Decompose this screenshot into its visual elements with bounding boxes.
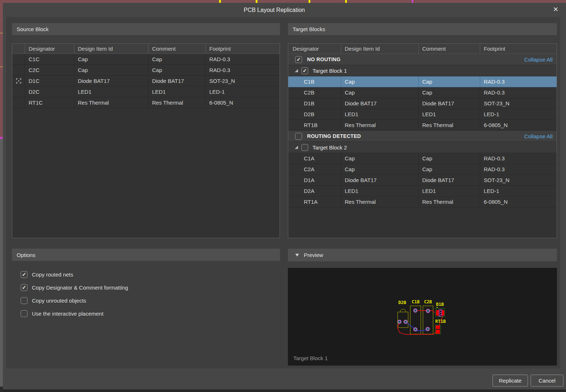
pcb-trace-tick: [345, 0, 347, 3]
cell-comment: Res Thermal: [148, 97, 205, 108]
preview-header-label: Preview: [304, 252, 323, 258]
checkbox[interactable]: [301, 67, 308, 74]
table-empty-area: [288, 207, 557, 238]
table-row[interactable]: C2C Cap Cap RAD-0.3: [12, 65, 280, 76]
target-table-header: Designator Design Item Id Comment Footpr…: [288, 44, 557, 54]
cell-designator: C1A: [288, 153, 341, 164]
screen: PCB Layout Replication ✕ Source Block De…: [0, 0, 566, 392]
cell-footprint: RAD-0.3: [480, 164, 557, 174]
cell-comment: Cap: [148, 65, 205, 75]
table-row[interactable]: D1C Diode BAT17 Diode BAT17 SOT-23_N: [12, 76, 280, 87]
cell-footprint: RAD-0.3: [480, 76, 557, 87]
subgroup-row-target-block-1[interactable]: Target Block 1: [288, 65, 557, 76]
option-label: Use the interactive placement: [32, 311, 104, 317]
target-blocks-header: Target Blocks: [288, 23, 557, 35]
pad-holes: [399, 310, 429, 330]
options-header-label: Options: [17, 252, 35, 258]
table-row[interactable]: RT1C Res Thermal Res Thermal 6-0805_N: [12, 97, 280, 108]
cell-design-item-id: Cap: [341, 87, 418, 98]
column-header-comment[interactable]: Comment: [148, 44, 205, 54]
pcb-layout-replication-dialog: PCB Layout Replication ✕ Source Block De…: [3, 3, 566, 392]
cell-design-item-id: Diode BAT17: [341, 98, 418, 109]
table-row[interactable]: RT1B Res Thermal Res Thermal 6-0805_N: [288, 120, 557, 131]
column-header-footprint[interactable]: Footprint: [205, 44, 280, 54]
component-label-d2b: D2B: [398, 300, 406, 305]
preview-caption: Target Block 1: [293, 355, 328, 361]
cell-design-item-id: Cap: [74, 54, 148, 64]
table-row[interactable]: C1A Cap Cap RAD-0.3: [288, 153, 557, 164]
option-label: Copy Designator & Comment formatting: [32, 284, 128, 291]
checkbox[interactable]: [295, 56, 302, 63]
group-row-no-routing[interactable]: NO ROUTING Collapse All: [288, 54, 557, 65]
source-block-header-label: Source Block: [17, 26, 49, 32]
column-header-designator[interactable]: Designator: [25, 44, 74, 54]
checkbox[interactable]: [21, 271, 28, 278]
collapse-triangle-icon[interactable]: [295, 254, 299, 257]
column-header-footprint[interactable]: Footprint: [480, 44, 557, 54]
option-copy-routed-nets: Copy routed nets: [21, 268, 274, 281]
column-header-comment[interactable]: Comment: [418, 44, 480, 54]
cell-footprint: SOT-23_N: [205, 76, 280, 86]
cell-designator: C2C: [25, 65, 74, 75]
cell-designator: C2B: [288, 87, 341, 98]
source-block-header: Source Block: [12, 23, 280, 35]
cell-design-item-id: Diode BAT17: [74, 76, 148, 86]
component-label-c1b: C1B: [412, 299, 420, 304]
cell-comment: LED1: [418, 109, 480, 119]
checkbox[interactable]: [21, 310, 28, 317]
cell-comment: Cap: [418, 164, 480, 174]
background-pcb-editor-strip-left: [0, 3, 3, 392]
check-icon: [303, 68, 307, 73]
table-row[interactable]: D1A Diode BAT17 Diode BAT17 SOT-23_N: [288, 175, 557, 186]
option-copy-designator-comment-formatting: Copy Designator & Comment formatting: [21, 281, 274, 294]
column-header-design-item-id[interactable]: Design Item Id: [74, 44, 148, 54]
table-row[interactable]: C2A Cap Cap RAD-0.3: [288, 164, 557, 175]
checkbox[interactable]: [21, 284, 28, 291]
column-header-design-item-id[interactable]: Design Item Id: [341, 44, 418, 54]
table-row[interactable]: C1B Cap Cap RAD-0.3: [288, 76, 557, 87]
cell-designator: D2B: [288, 109, 341, 119]
table-row[interactable]: D1B Diode BAT17 Diode BAT17 SOT-23_N: [288, 98, 557, 109]
replicate-button[interactable]: Replicate: [492, 375, 528, 387]
cell-design-item-id: Res Thermal: [341, 197, 418, 207]
cell-footprint: 6-0805_N: [480, 197, 557, 207]
table-row[interactable]: RT1A Res Thermal Res Thermal 6-0805_N: [288, 197, 557, 207]
table-row[interactable]: D2B LED1 LED1 LED-1: [288, 109, 557, 120]
collapse-all-link[interactable]: Collapse All: [524, 56, 553, 63]
column-header-designator[interactable]: Designator: [288, 44, 341, 54]
cell-footprint: SOT-23_N: [480, 175, 557, 185]
table-row[interactable]: D2A LED1 LED1 LED-1: [288, 186, 557, 197]
group-row-routing-detected[interactable]: ROUTING DETECTED Collapse All: [288, 131, 557, 142]
cell-design-item-id: Cap: [341, 164, 418, 174]
cell-design-item-id: Cap: [74, 65, 148, 75]
cell-footprint: RAD-0.3: [480, 153, 557, 164]
pcb-editor-edge: [0, 387, 3, 392]
check-icon: [22, 272, 26, 277]
cell-designator: D2A: [288, 186, 341, 196]
close-icon[interactable]: ✕: [553, 5, 558, 13]
cancel-button[interactable]: Cancel: [531, 375, 563, 387]
pcb-trace-tick: [0, 33, 3, 34]
check-icon: [297, 57, 301, 62]
pcb-trace-tick: [0, 66, 3, 67]
expand-triangle-icon[interactable]: [295, 146, 298, 149]
collapse-all-link[interactable]: Collapse All: [524, 133, 553, 139]
table-row[interactable]: C1C Cap Cap RAD-0.3: [12, 54, 280, 65]
cell-designator: RT1A: [288, 197, 341, 207]
checkbox[interactable]: [295, 133, 302, 140]
table-row[interactable]: C2B Cap Cap RAD-0.3: [288, 87, 557, 98]
checkbox[interactable]: [301, 144, 308, 151]
table-row[interactable]: D2C LED1 LED1 LED-1: [12, 87, 280, 97]
pcb-trace-tick: [0, 137, 3, 139]
cell-designator: C1B: [288, 76, 341, 87]
option-label: Copy routed nets: [32, 271, 73, 278]
cell-footprint: LED-1: [480, 186, 557, 196]
cell-footprint: LED-1: [205, 87, 280, 97]
pcb-trace-tick: [309, 0, 310, 3]
cell-designator: D2C: [25, 87, 74, 97]
background-pcb-editor-strip-top: [0, 0, 566, 3]
checkbox[interactable]: [21, 297, 28, 304]
expand-triangle-icon[interactable]: [295, 69, 298, 72]
subgroup-row-target-block-2[interactable]: Target Block 2: [288, 142, 557, 153]
cell-comment: Diode BAT17: [418, 98, 480, 109]
